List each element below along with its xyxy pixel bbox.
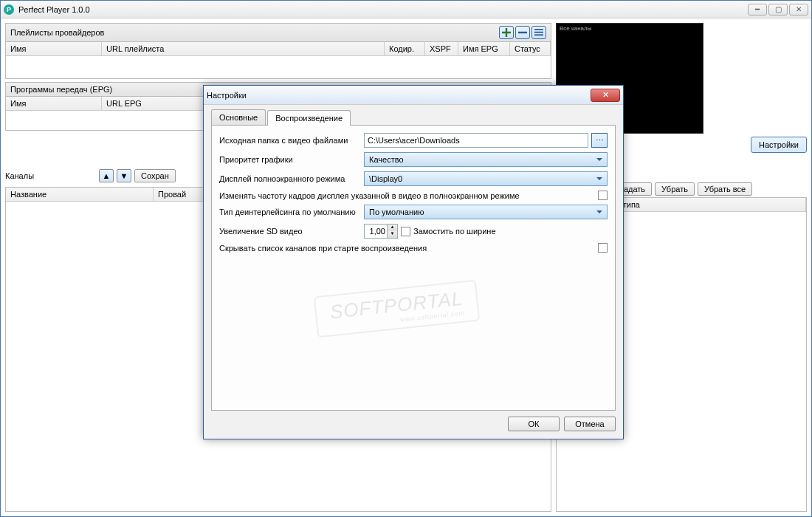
dialog-close-button[interactable]: ✕	[591, 89, 620, 102]
epg-title: Программы передач (EPG)	[10, 85, 112, 94]
tile-width-checkbox[interactable]	[401, 227, 410, 236]
graphics-priority-label: Приоритет графики	[219, 155, 359, 164]
playlists-col-coding: Кодир.	[385, 42, 425, 55]
source-folder-label: Исходная папка с видео файлами	[219, 136, 359, 145]
change-framerate-label: Изменять частоту кадров дисплея указанно…	[219, 191, 593, 200]
tab-main[interactable]: Основные	[211, 109, 266, 125]
video-preview-label: Все каналы	[560, 25, 591, 32]
hide-channels-label: Скрывать список каналов при старте воспр…	[219, 244, 593, 253]
svg-rect-3	[534, 34, 543, 35]
deinterlace-label: Тип деинтерлейсинга по умолчанию	[219, 208, 359, 216]
tile-width-label: Замостить по ширине	[413, 227, 496, 236]
channel-down-button[interactable]: ▼	[117, 169, 131, 182]
source-folder-input[interactable]	[364, 133, 588, 148]
remove-playlist-button[interactable]	[515, 26, 530, 39]
sd-zoom-input[interactable]	[365, 226, 387, 236]
maximize-button[interactable]: ▢	[768, 4, 788, 16]
fullscreen-display-label: Дисплей полноэкранного режима	[219, 174, 359, 183]
main-titlebar: P Perfect Player 1.0.0 ━ ▢ ✕	[1, 1, 811, 18]
playlists-col-epgname: Имя EPG	[458, 42, 510, 55]
watermark: SOFTPORTAL www.softportal.com	[314, 280, 481, 338]
close-button[interactable]: ✕	[789, 4, 808, 16]
svg-rect-2	[534, 32, 543, 33]
save-channels-button[interactable]: Сохран	[134, 169, 176, 182]
app-icon: P	[4, 4, 14, 15]
sd-zoom-spinner[interactable]: ▲▼	[364, 224, 398, 239]
playlists-col-name: Имя	[6, 42, 102, 55]
playlists-col-xspf: XSPF	[425, 42, 458, 55]
settings-button[interactable]: Настройки	[751, 137, 807, 153]
logo-remove-button[interactable]: Убрать	[655, 182, 695, 196]
deinterlace-combo[interactable]: По умолчанию	[364, 205, 608, 219]
playlists-title: Плейлисты провайдеров	[10, 28, 104, 37]
epg-col-name: Имя	[6, 97, 102, 110]
dialog-title: Настройки	[207, 91, 247, 100]
fullscreen-display-combo[interactable]: \Display0	[364, 171, 608, 186]
minimize-button[interactable]: ━	[748, 4, 767, 16]
tab-playback[interactable]: Воспроизведение	[267, 110, 351, 126]
hide-channels-checkbox[interactable]	[598, 243, 608, 253]
spin-up[interactable]: ▲	[388, 225, 397, 231]
graphics-priority-combo[interactable]: Качество	[364, 152, 608, 167]
channel-up-button[interactable]: ▲	[99, 169, 114, 182]
playlist-menu-button[interactable]	[531, 26, 546, 39]
cancel-button[interactable]: Отмена	[564, 417, 616, 431]
playlists-panel: Плейлисты провайдеров Имя URL плейлиста …	[5, 23, 551, 79]
playlists-col-status: Статус	[510, 42, 551, 55]
change-framerate-checkbox[interactable]	[598, 191, 608, 200]
spin-down[interactable]: ▼	[388, 231, 397, 238]
ok-button[interactable]: ОК	[508, 417, 560, 431]
playlists-col-url: URL плейлиста	[102, 42, 385, 55]
logo-removeall-button[interactable]: Убрать все	[698, 182, 752, 196]
channels-label: Каналы	[5, 171, 34, 180]
window-title: Perfect Player 1.0.0	[18, 5, 90, 14]
channels-col-name: Название	[6, 188, 154, 201]
svg-rect-0	[518, 32, 527, 33]
browse-button[interactable]: ⋯	[591, 133, 608, 148]
svg-rect-1	[534, 29, 543, 30]
sd-zoom-label: Увеличение SD видео	[219, 227, 359, 236]
add-playlist-button[interactable]	[499, 26, 514, 39]
settings-dialog: Настройки ✕ Основные Воспроизведение Исх…	[203, 85, 624, 439]
